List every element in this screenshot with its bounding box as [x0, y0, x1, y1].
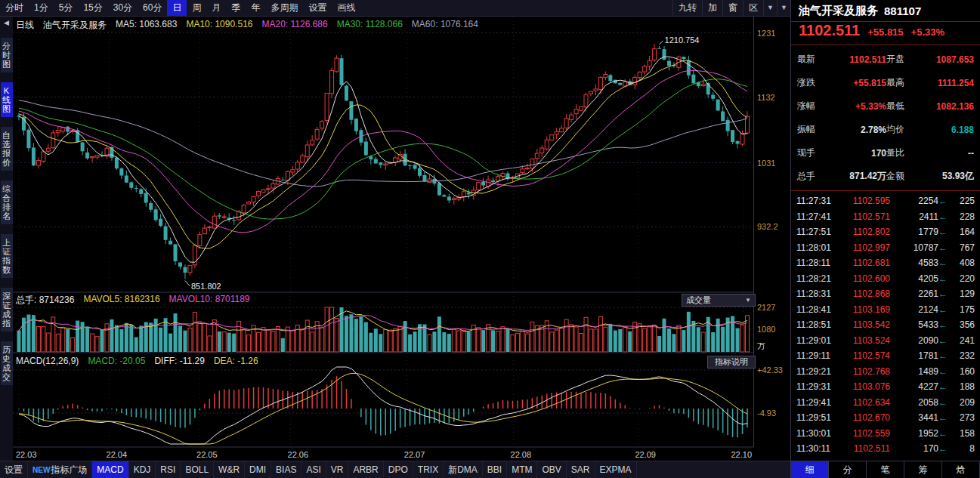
left-sidebar: ◀ 分时图K线图自选报价综合排名上证指数深证成指历史成交 [0, 17, 13, 461]
stat-row: 振幅 2.78% 均价 6.188 [797, 118, 974, 141]
toolbar-right-button[interactable]: 窗 [722, 0, 743, 16]
tick-volume: 170← [890, 443, 948, 454]
tick-price: 1102.600 [840, 273, 890, 284]
svg-text:1231: 1231 [757, 29, 775, 38]
period-tab[interactable]: 设置 [303, 0, 332, 16]
volume-indicator-dropdown[interactable]: 成交量 ▼ [682, 294, 756, 307]
period-tab[interactable]: 月 [206, 0, 226, 16]
indicator-tab[interactable]: ARBR [348, 461, 383, 478]
tick-volume: 4227← [890, 381, 948, 392]
sidebar-item[interactable]: 自选报价 [1, 127, 13, 171]
toolbar-right-button[interactable]: 加 [702, 0, 722, 16]
toolbar-right-button[interactable]: 区 [743, 0, 763, 16]
tick-row: 11:28:11 1102.681 4583← 408 [796, 255, 975, 271]
tick-time: 11:27:41 [796, 211, 840, 222]
tick-price: 1102.768 [840, 366, 890, 377]
period-tab[interactable]: 5分 [54, 0, 79, 16]
indicator-tab[interactable]: RSI [156, 461, 181, 478]
tick-price: 1102.634 [840, 397, 890, 408]
tick-time: 11:29:51 [796, 412, 840, 423]
sidebar-item[interactable]: 历史成交 [1, 341, 13, 385]
period-tab[interactable]: 画线 [332, 0, 360, 16]
volume-dropdown-label: 成交量 [686, 295, 711, 306]
kline-chart[interactable]: 123111321031932.221271080万+42.33-4.9322.… [13, 17, 790, 461]
tick-count: 209 [948, 397, 975, 408]
period-tab[interactable]: 1分 [29, 0, 54, 16]
quote-panel-tabs: 细分笔筹焓 [791, 461, 980, 478]
indicator-tab[interactable]: MTM [507, 461, 537, 478]
stock-name: 油气开采及服务 [799, 4, 878, 18]
period-tab[interactable]: 多周期 [265, 0, 303, 16]
stat-value: 871.42万 [820, 170, 886, 183]
tick-price: 1102.868 [840, 288, 890, 299]
indicator-tab[interactable]: MACD [92, 461, 128, 478]
collapse-sidebar-icon[interactable]: ◀ [4, 19, 9, 28]
quote-panel-tab[interactable]: 笔 [867, 461, 904, 478]
indicator-tab[interactable]: BOLL [181, 461, 214, 478]
indicator-tab[interactable]: DPO [384, 461, 413, 478]
indicator-tab[interactable]: SAR [567, 461, 595, 478]
dropdown-caret-icon[interactable]: ▼ [777, 0, 790, 16]
period-tab[interactable]: 15分 [78, 0, 107, 16]
indicator-plaza-button[interactable]: NEW指标广场 [28, 461, 92, 478]
tick-list[interactable]: 11:27:31 1102.595 2254← 225 11:27:41 110… [791, 191, 980, 461]
quote-panel-tab[interactable]: 细 [791, 461, 829, 478]
tick-count: 160 [948, 366, 975, 377]
period-tab[interactable]: 周 [187, 0, 206, 16]
period-tab[interactable]: 日 [167, 0, 187, 16]
main-column: 分时1分5分15分30分60分日周月季年多周期设置画线 九转加窗区 ▼ ▼ ◀ … [0, 0, 791, 478]
period-tab[interactable]: 季 [226, 0, 246, 16]
sidebar-item[interactable]: 综合排名 [1, 180, 13, 224]
tick-count: 8 [948, 443, 975, 454]
sidebar-item[interactable]: K线图 [1, 82, 13, 117]
indicator-tab[interactable]: DMI [245, 461, 271, 478]
period-tab[interactable]: 分时 [0, 0, 29, 16]
indicator-tab[interactable]: W&R [214, 461, 245, 478]
indicator-tab[interactable]: KDJ [129, 461, 156, 478]
indicator-help-button[interactable]: 指标说明 [707, 356, 756, 369]
sidebar-item[interactable]: 深证成指 [1, 288, 13, 332]
tick-direction-arrow: ← [938, 242, 948, 253]
tick-price: 1102.511 [840, 443, 890, 454]
stat-row: 涨幅 +5.33% 最低 1082.136 [797, 94, 974, 118]
tick-price: 1102.670 [840, 412, 890, 423]
svg-text:万: 万 [757, 341, 765, 350]
tick-row: 11:27:51 1102.802 1779← 164 [796, 224, 975, 240]
indicator-tab[interactable]: TRIX [413, 461, 444, 478]
indicator-tab[interactable]: VR [326, 461, 349, 478]
tick-price: 1102.802 [840, 227, 890, 237]
quote-panel-tab[interactable]: 焓 [942, 461, 980, 478]
sidebar-item[interactable]: 分时图 [1, 38, 13, 72]
period-tab[interactable]: 30分 [108, 0, 138, 16]
stat-value: 170 [820, 148, 886, 159]
quote-panel-tab[interactable]: 分 [829, 461, 867, 478]
sidebar-item[interactable]: 上证指数 [1, 234, 13, 278]
tick-direction-arrow: ← [938, 366, 948, 377]
indicator-tab[interactable]: ASI [301, 461, 326, 478]
tick-time: 11:28:41 [796, 304, 840, 315]
tick-row: 11:29:31 1103.076 4227← 188 [796, 379, 975, 395]
price-change: +55.815 [867, 26, 903, 38]
tick-time: 11:29:41 [796, 397, 840, 408]
tick-direction-arrow: ← [938, 211, 948, 222]
tick-volume: 1779← [890, 227, 948, 237]
svg-text:22.10: 22.10 [731, 450, 752, 459]
chart-content: ◀ 分时图K线图自选报价综合排名上证指数深证成指历史成交 12311132103… [0, 17, 790, 461]
settings-button[interactable]: 设置 [0, 461, 28, 478]
indicator-tab[interactable]: BBI [483, 461, 507, 478]
tick-count: 767 [948, 242, 975, 253]
period-tab[interactable]: 60分 [138, 0, 167, 16]
quote-panel-tab[interactable]: 筹 [904, 461, 942, 478]
indicator-tab[interactable]: BIAS [271, 461, 301, 478]
tick-time: 11:30:11 [796, 443, 840, 454]
dropdown-caret-icon[interactable]: ▼ [763, 0, 777, 16]
tick-direction-arrow: ← [938, 335, 948, 346]
indicator-tab[interactable]: 新DMA [444, 461, 483, 478]
tick-direction-arrow: ← [938, 258, 948, 268]
indicator-tab[interactable]: EXPMA [595, 461, 637, 478]
tick-price: 1103.542 [840, 319, 890, 330]
indicator-tab[interactable]: OBV [537, 461, 566, 478]
tick-volume: 4583← [890, 258, 948, 268]
toolbar-right-button[interactable]: 九转 [672, 0, 702, 16]
period-tab[interactable]: 年 [246, 0, 265, 16]
